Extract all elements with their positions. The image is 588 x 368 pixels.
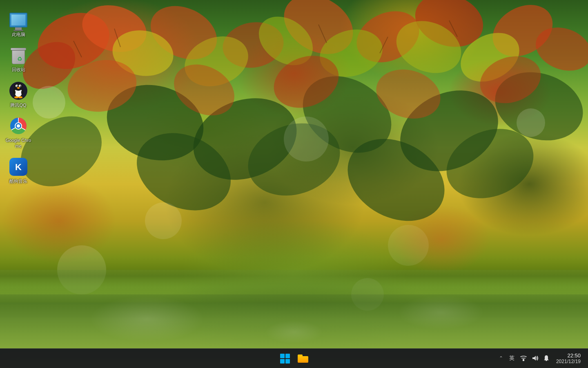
this-pc-icon[interactable]: 此电脑 (2, 8, 35, 39)
svg-rect-69 (523, 359, 524, 361)
win-tile-1 (280, 354, 285, 358)
win-tile-2 (285, 354, 290, 358)
this-pc-icon-image (9, 10, 28, 30)
windows-logo (280, 354, 290, 364)
taskbar-center (277, 350, 311, 367)
language-indicator[interactable]: 英 (508, 354, 516, 362)
folder-icon (298, 355, 308, 363)
svg-point-56 (14, 96, 18, 98)
svg-point-53 (17, 87, 20, 89)
water-shimmer (0, 286, 588, 352)
google-chrome-icon[interactable]: Google Chrome (2, 114, 35, 151)
svg-point-48 (14, 83, 23, 91)
show-hidden-icons[interactable]: ⌃ (497, 355, 505, 362)
svg-point-66 (17, 124, 20, 128)
svg-text:K: K (15, 162, 22, 172)
svg-point-57 (18, 96, 22, 98)
clock-area[interactable]: 22:50 2021/12/19 (554, 352, 583, 366)
svg-rect-55 (21, 91, 24, 94)
recycle-bin-icon-image: ♻ (9, 45, 28, 65)
system-tray: ⌃ 英 (497, 352, 583, 366)
win-tile-3 (280, 359, 285, 364)
start-button[interactable] (277, 350, 293, 367)
clock-time: 22:50 (567, 352, 581, 359)
kuwo-label: 酷狗音乐 (9, 178, 27, 184)
this-pc-label: 此电脑 (12, 31, 25, 37)
speaker-icon[interactable] (531, 354, 539, 362)
qq-label: 腾讯QQ (10, 102, 26, 108)
tencent-qq-icon[interactable]: 腾讯QQ (2, 79, 35, 110)
win-tile-4 (285, 359, 290, 364)
svg-rect-70 (521, 358, 526, 359)
chrome-icon-image (9, 116, 28, 136)
clock-date: 2021/12/19 (556, 359, 581, 364)
kuwo-icon-image: K (9, 157, 28, 177)
file-explorer-button[interactable] (295, 350, 311, 367)
svg-point-51 (17, 85, 18, 87)
recycle-bin-icon[interactable]: ♻ 回收站 (2, 43, 35, 74)
svg-point-52 (20, 85, 21, 87)
network-icon[interactable] (519, 354, 528, 362)
kuwo-music-icon[interactable]: K 酷狗音乐 (2, 155, 35, 186)
recycle-bin-label: 回收站 (12, 67, 25, 72)
desktop: 此电脑 ♻ 回收站 (0, 0, 588, 368)
notifications-icon[interactable] (542, 354, 550, 362)
chrome-label: Google Chrome (4, 137, 33, 149)
desktop-icons: 此电脑 ♻ 回收站 (0, 4, 37, 193)
taskbar: ⌃ 英 (0, 348, 588, 368)
qq-icon-image (9, 81, 28, 101)
svg-rect-54 (13, 91, 16, 94)
